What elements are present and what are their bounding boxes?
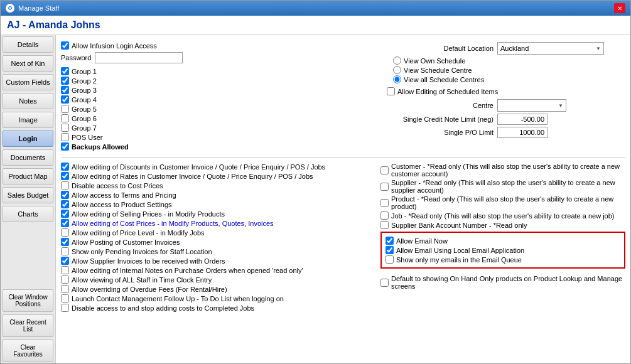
perm-cost-modify-cb[interactable] (61, 219, 69, 227)
perm-disable-completed-label: Disable access to and stop adding costs … (72, 304, 254, 312)
perm-job-ro-cb[interactable] (380, 211, 389, 220)
perm-internal-notes-cb[interactable] (61, 266, 69, 274)
centre-dropdown[interactable]: ▼ (497, 99, 566, 112)
allow-infusion-checkbox[interactable] (61, 41, 69, 50)
perm-bank-ro-cb[interactable] (380, 221, 389, 229)
perm-discounts-row: Allow editing of Discounts in Customer I… (61, 163, 374, 171)
perm-supplier-cb[interactable] (61, 257, 69, 265)
sidebar-item-documents[interactable]: Documents (3, 149, 53, 166)
sidebar: Details Next of Kin Custom Fields Notes … (1, 35, 56, 363)
allow-local-email-cb[interactable] (386, 246, 394, 254)
default-location-dropdown[interactable]: Auckland ▼ (497, 42, 604, 55)
sidebar-item-next-of-kin[interactable]: Next of Kin (3, 55, 53, 72)
perm-selling-prices-cb[interactable] (61, 210, 69, 218)
group4-label: Group 4 (72, 96, 97, 104)
group1-row: Group 1 (61, 67, 374, 75)
pos-user-checkbox[interactable] (61, 133, 69, 141)
title-bar-left: Manage Staff (6, 4, 59, 13)
title-bar: Manage Staff ✕ (1, 1, 630, 16)
group2-row: Group 2 (61, 77, 374, 85)
credit-note-value[interactable]: -500.00 (497, 114, 547, 125)
perm-selling-prices-label: Allow editing of Selling Prices - in Mod… (72, 210, 225, 218)
view-all-label: View all Schedule Centres (404, 76, 484, 83)
group7-label: Group 7 (72, 124, 97, 132)
perm-product-ro-cb[interactable] (380, 199, 389, 207)
default-on-hand-row: Default to showing On Hand Only products… (380, 275, 625, 290)
perm-disable-completed-cb[interactable] (61, 304, 69, 312)
show-my-emails-row: Show only my emails in the Email Queue (386, 255, 620, 264)
clear-recent-list-button[interactable]: Clear Recent List (3, 314, 53, 337)
perm-job-ro-label: Job - *Read only (This will also stop th… (391, 212, 615, 220)
perm-discounts-cb[interactable] (61, 163, 69, 171)
sidebar-item-image[interactable]: Image (3, 112, 53, 128)
group2-label: Group 2 (72, 77, 97, 85)
perm-left: Allow editing of Discounts in Customer I… (61, 161, 374, 313)
perm-supplier-ro-cb[interactable] (380, 183, 389, 191)
perm-job-ro-row: Job - *Read only (This will also stop th… (380, 211, 625, 220)
allow-email-now-label: Allow Email Now (396, 237, 448, 245)
clear-favourites-button[interactable]: Clear Favourites (3, 340, 53, 362)
credit-note-row: Single Credit Note Limit (neg) -500.00 (387, 114, 625, 125)
perm-pending-cb[interactable] (61, 247, 69, 255)
content-area: Details Next of Kin Custom Fields Notes … (1, 35, 630, 363)
po-limit-value[interactable]: 1000.00 (497, 127, 547, 138)
group7-checkbox[interactable] (61, 124, 69, 132)
group6-checkbox[interactable] (61, 114, 69, 122)
perm-price-level-cb[interactable] (61, 228, 69, 237)
group5-label: Group 5 (72, 105, 97, 113)
backups-checkbox[interactable] (61, 142, 69, 151)
main-content: Allow Infusion Login Access Password Gro… (56, 35, 630, 363)
password-input[interactable] (95, 52, 183, 63)
po-limit-label: Single P/O Limit (387, 129, 493, 136)
perm-customer-ro-cb[interactable] (380, 166, 389, 174)
sidebar-item-custom-fields[interactable]: Custom Fields (3, 74, 53, 90)
default-on-hand-cb[interactable] (380, 279, 389, 287)
perm-product-settings-row: Allow access to Product Settings (61, 200, 374, 208)
perm-terms-cb[interactable] (61, 191, 69, 199)
group3-row: Group 3 (61, 86, 374, 94)
perm-rates-cb[interactable] (61, 172, 69, 180)
allow-email-now-cb[interactable] (386, 237, 394, 245)
clear-window-positions-button[interactable]: Clear Window Positions (3, 289, 53, 312)
perm-posting-cb[interactable] (61, 238, 69, 246)
default-on-hand-label: Default to showing On Hand Only products… (391, 275, 625, 290)
perm-customer-ro-label: Customer - *Read only (This will also st… (391, 163, 625, 178)
group7-row: Group 7 (61, 124, 374, 132)
default-location-label: Default Location (387, 45, 493, 52)
show-my-emails-cb[interactable] (386, 255, 394, 264)
perm-overdue-cb[interactable] (61, 285, 69, 293)
allow-email-now-row: Allow Email Now (386, 237, 620, 245)
perm-cost-prices-cb[interactable] (61, 181, 69, 190)
sidebar-item-notes[interactable]: Notes (3, 93, 53, 109)
allow-editing-label: Allow Editing of Scheduled Items (397, 88, 498, 95)
group1-checkbox[interactable] (61, 67, 69, 75)
perm-bank-ro-label: Supplier Bank Account Number - *Read onl… (391, 222, 527, 229)
sidebar-item-product-map[interactable]: Product Map (3, 168, 53, 185)
close-button[interactable]: ✕ (614, 3, 625, 13)
perm-rates-row: Allow editing of Rates in Customer Invoi… (61, 172, 374, 180)
sidebar-item-sales-budget[interactable]: Sales Budget (3, 187, 53, 203)
perm-product-settings-cb[interactable] (61, 200, 69, 208)
view-all-radio[interactable] (393, 75, 401, 83)
password-label: Password (61, 54, 91, 62)
sidebar-item-details[interactable]: Details (3, 36, 53, 53)
group2-checkbox[interactable] (61, 77, 69, 85)
allow-editing-checkbox[interactable] (387, 87, 395, 95)
view-centre-label: View Schedule Centre (404, 67, 472, 74)
sidebar-item-login[interactable]: Login (3, 131, 53, 147)
perm-all-staff-cb[interactable] (61, 276, 69, 284)
manage-staff-window: Manage Staff ✕ AJ - Amanda Johns Details… (0, 0, 631, 364)
group3-checkbox[interactable] (61, 86, 69, 94)
perm-all-staff-row: Allow viewing of ALL Staff in Time Clock… (61, 276, 374, 284)
perm-launch-crm-cb[interactable] (61, 294, 69, 302)
allow-editing-row: Allow Editing of Scheduled Items (387, 87, 625, 95)
group4-checkbox[interactable] (61, 95, 69, 104)
po-limit-row: Single P/O Limit 1000.00 (387, 127, 625, 138)
perm-product-ro-row: Product - *Read only (This will also sto… (380, 195, 625, 210)
sidebar-item-charts[interactable]: Charts (3, 206, 53, 222)
group6-row: Group 6 (61, 114, 374, 122)
view-own-radio[interactable] (393, 56, 401, 65)
sidebar-bottom: Clear Window Positions Clear Recent List… (1, 288, 55, 363)
group5-checkbox[interactable] (61, 105, 69, 113)
view-centre-radio[interactable] (393, 66, 401, 74)
